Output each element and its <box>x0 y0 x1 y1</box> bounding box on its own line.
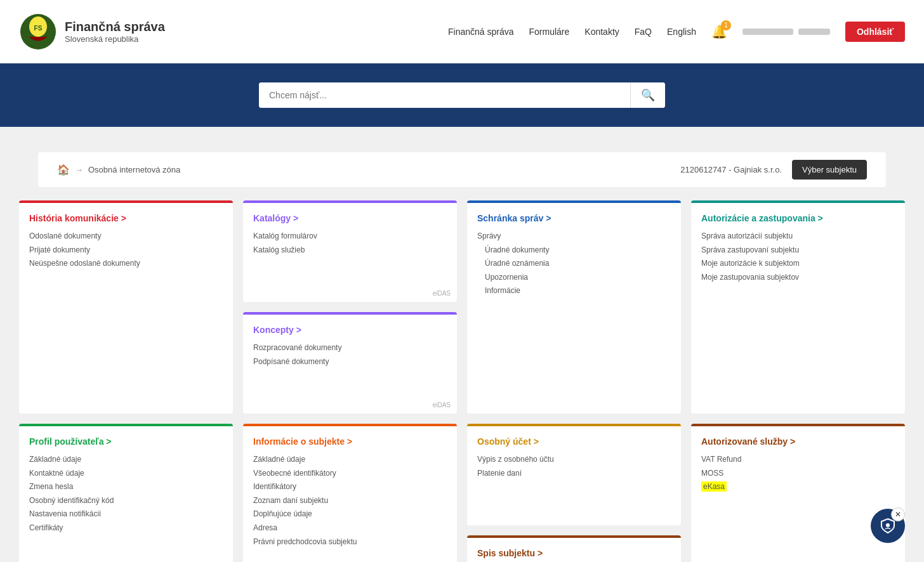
card-schranka-link-2[interactable]: Úradné dokumenty <box>477 244 671 258</box>
katalogy-footer: eiDAS <box>433 290 451 297</box>
nav-formulare[interactable]: Formuláre <box>529 27 570 37</box>
logo-text: Finančná správa Slovenská republika <box>65 20 165 44</box>
main-content: 🏠 → Osobná internetová zóna 2120612747 -… <box>0 127 924 562</box>
card-autorizacie-link-2[interactable]: Správa zastupovaní subjektu <box>701 244 895 258</box>
card-autorizacie: Autorizácie a zastupovania > Správa auto… <box>691 200 905 414</box>
card-autorizovane-title[interactable]: Autorizované služby > <box>701 436 895 447</box>
card-historia-link-1[interactable]: Odoslané dokumenty <box>29 230 223 244</box>
card-schranka-link-5[interactable]: Informácie <box>477 284 671 298</box>
card-profil-link-3[interactable]: Zmena hesla <box>29 480 223 494</box>
card-informacie-title[interactable]: Informácie o subjekte > <box>253 436 447 447</box>
home-icon[interactable]: 🏠 <box>57 164 70 176</box>
card-historia-link-2[interactable]: Prijaté dokumenty <box>29 244 223 258</box>
logout-button[interactable]: Odhlásiť <box>845 22 905 42</box>
card-osobny-title[interactable]: Osobný účet > <box>477 436 671 447</box>
logo-area: FS Finančná správa Slovenská republika <box>19 13 165 51</box>
svg-point-5 <box>886 523 890 527</box>
card-spis-title[interactable]: Spis subjektu > <box>477 548 671 558</box>
card-profil-title[interactable]: Profil používateľa > <box>29 436 223 447</box>
site-subtitle: Slovenská republika <box>65 34 165 44</box>
nav-english[interactable]: English <box>667 27 696 37</box>
search-input[interactable] <box>259 82 630 108</box>
card-osobny: Osobný účet > Výpis z osobného účtu Plat… <box>467 424 681 525</box>
card-profil: Profil používateľa > Základné údaje Kont… <box>19 424 233 562</box>
breadcrumb-arrow: → <box>75 165 83 174</box>
nav-financna-sprava[interactable]: Finančná správa <box>448 27 514 37</box>
card-historia-title[interactable]: História komunikácie > <box>29 213 223 223</box>
card-autorizovane-link-1[interactable]: VAT Refund <box>701 453 895 467</box>
card-schranka-link-3[interactable]: Úradné oznámenia <box>477 257 671 271</box>
card-koncepty: Koncepty > Rozpracované dokumenty Podpís… <box>243 312 457 414</box>
notification-bell[interactable]: 🔔 1 <box>711 24 727 39</box>
card-historia: História komunikácie > Odoslané dokument… <box>19 200 233 414</box>
chat-close-button[interactable]: ✕ <box>891 507 905 521</box>
card-schranka-title[interactable]: Schránka správ > <box>477 213 671 223</box>
koncepty-footer: eiDAS <box>433 402 451 408</box>
card-profil-link-5[interactable]: Nastavenia notifikácií <box>29 507 223 521</box>
card-profil-link-6[interactable]: Certifikáty <box>29 521 223 535</box>
user-name-placeholder <box>742 29 793 35</box>
card-autorizacie-link-3[interactable]: Moje autorizácie k subjektom <box>701 257 895 271</box>
card-informacie: Informácie o subjekte > Základné údaje V… <box>243 424 457 562</box>
card-katalogy-title[interactable]: Katalógy > <box>253 213 447 223</box>
breadcrumb-left: 🏠 → Osobná internetová zóna <box>57 164 180 176</box>
notification-count: 1 <box>721 20 731 30</box>
svg-text:FS: FS <box>34 25 43 32</box>
card-spis: Spis subjektu > Obsah spisu <box>467 535 681 562</box>
card-koncepty-link-2[interactable]: Podpísané dokumenty <box>253 355 447 369</box>
logo-icon: FS <box>19 13 57 51</box>
card-informacie-link-7[interactable]: Právni predchodcovia subjektu <box>253 535 447 549</box>
card-historia-link-3[interactable]: Neúspešne odoslané dokumenty <box>29 257 223 271</box>
main-nav: Finančná správa Formuláre Kontakty FaQ E… <box>448 22 905 42</box>
card-informacie-link-1[interactable]: Základné údaje <box>253 453 447 467</box>
card-autorizacie-link-4[interactable]: Moje zastupovania subjektov <box>701 271 895 285</box>
search-banner: 🔍 <box>0 63 924 127</box>
card-profil-link-1[interactable]: Základné údaje <box>29 453 223 467</box>
close-icon: ✕ <box>895 510 901 519</box>
card-schranka: Schránka správ > Správy Úradné dokumenty… <box>467 200 681 414</box>
card-koncepty-link-1[interactable]: Rozpracované dokumenty <box>253 341 447 355</box>
breadcrumb: 🏠 → Osobná internetová zóna 2120612747 -… <box>38 152 886 188</box>
card-autorizacie-link-1[interactable]: Správa autorizácií subjektu <box>701 230 895 244</box>
site-title: Finančná správa <box>65 20 165 34</box>
card-katalogy: Katalógy > Katalóg formulárov Katalóg sl… <box>243 200 457 302</box>
card-autorizacie-title[interactable]: Autorizácie a zastupovania > <box>701 213 895 223</box>
card-katalogy-link-2[interactable]: Katalóg služieb <box>253 244 447 258</box>
card-osobny-link-2[interactable]: Platenie daní <box>477 467 671 481</box>
card-informacie-link-2[interactable]: Všeobecné identifikátory <box>253 467 447 481</box>
breadcrumb-right: 2120612747 - Gajniak s.r.o. Výber subjek… <box>680 160 867 180</box>
nav-kontakty[interactable]: Kontakty <box>584 27 619 37</box>
card-informacie-link-3[interactable]: Identifikátory <box>253 480 447 494</box>
header: FS Finančná správa Slovenská republika F… <box>0 0 924 63</box>
card-schranka-link-4[interactable]: Upozornenia <box>477 271 671 285</box>
card-autorizovane: Autorizované služby > VAT Refund MOSS eK… <box>691 424 905 562</box>
user-info <box>742 29 830 35</box>
breadcrumb-label: Osobná internetová zóna <box>88 165 180 174</box>
card-schranka-link-1[interactable]: Správy <box>477 230 671 244</box>
nav-faq[interactable]: FaQ <box>635 27 652 37</box>
card-informacie-link-6[interactable]: Adresa <box>253 521 447 535</box>
card-informacie-link-5[interactable]: Doplňujúce údaje <box>253 507 447 521</box>
card-osobny-link-1[interactable]: Výpis z osobného účtu <box>477 453 671 467</box>
card-katalogy-link-1[interactable]: Katalóg formulárov <box>253 230 447 244</box>
ekasa-highlight: eKasa <box>701 481 727 492</box>
subject-info: 2120612747 - Gajniak s.r.o. <box>680 165 782 174</box>
card-informacie-link-4[interactable]: Zoznam daní subjektu <box>253 494 447 508</box>
user-id-placeholder <box>798 29 830 35</box>
subject-select-button[interactable]: Výber subjektu <box>792 160 867 180</box>
card-profil-link-4[interactable]: Osobný identifikačný kód <box>29 494 223 508</box>
card-koncepty-title[interactable]: Koncepty > <box>253 325 447 335</box>
search-button[interactable]: 🔍 <box>630 82 665 108</box>
card-profil-link-2[interactable]: Kontaktné údaje <box>29 467 223 481</box>
card-autorizovane-link-ekasa[interactable]: eKasa <box>701 480 895 494</box>
card-autorizovane-link-2[interactable]: MOSS <box>701 467 895 481</box>
search-box: 🔍 <box>259 82 665 108</box>
